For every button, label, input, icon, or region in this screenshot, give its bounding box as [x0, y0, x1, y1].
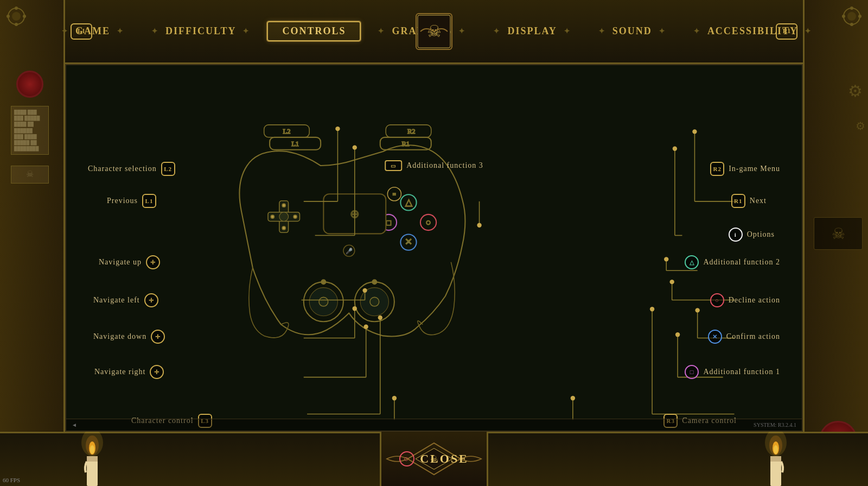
tab-sound-deco-right: ✦ [659, 27, 666, 36]
svg-point-95 [650, 307, 654, 311]
svg-text:✕: ✕ [405, 237, 412, 247]
tab-game-label: Game [75, 26, 110, 37]
tab-difficulty[interactable]: ✦ Difficulty ✦ [141, 21, 261, 41]
svg-point-86 [669, 280, 674, 284]
navigate-down-text: Navigate down [93, 332, 146, 341]
additional-function-2-text: Additional function 2 [703, 258, 780, 267]
svg-point-26 [282, 204, 285, 207]
nav-bar: L1 ☠ ✦ Game ✦ ✦ Difficulty ✦ [65, 0, 803, 64]
tab-graphics-deco-left: ✦ [378, 27, 385, 36]
svg-point-50 [321, 280, 326, 284]
tab-sound-deco-left: ✦ [598, 27, 606, 36]
label-navigate-up: Navigate up ✛ [99, 255, 160, 269]
svg-point-10 [842, 15, 845, 18]
previous-text: Previous [107, 197, 138, 205]
svg-point-92 [675, 332, 680, 337]
label-confirm-action: ✕ Confirm action [708, 330, 780, 344]
svg-point-5 [23, 15, 26, 18]
svg-point-32 [319, 297, 328, 306]
tab-sound-label: Sound [612, 26, 652, 37]
tab-display-deco-right: ✦ [564, 27, 571, 36]
svg-point-66 [363, 325, 368, 329]
label-additional-function-3: ▭ Additional function 3 [385, 160, 483, 171]
svg-point-4 [7, 15, 10, 18]
close-icon-symbol: ○ [404, 454, 411, 464]
side-panel-right: ⚙ ⚙ ☠ ☠ [803, 0, 868, 486]
svg-point-54 [335, 127, 340, 131]
fps-value: 60 FPS [3, 477, 20, 483]
next-text: Next [750, 197, 767, 205]
corner-decoration-tr [819, 5, 863, 49]
dpad-down-indicator: ✛ [151, 330, 165, 344]
svg-text:≡: ≡ [393, 191, 396, 197]
decline-action-text: Decline action [729, 296, 780, 305]
l1-button-indicator: L1 [142, 194, 156, 208]
tab-controls-label: Controls [282, 26, 346, 37]
svg-point-74 [477, 223, 481, 228]
tab-sound[interactable]: ✦ Sound ✦ [588, 21, 677, 41]
tab-accessibility[interactable]: ✦ Accessibility ✦ [682, 21, 823, 41]
nav-r1-label: R1 [783, 27, 791, 35]
gear-right-mid: ⚙ [856, 119, 865, 132]
nav-r1-button[interactable]: R1 [776, 23, 797, 40]
svg-point-11 [858, 15, 861, 18]
tab-game[interactable]: ✦ Game ✦ [50, 21, 135, 41]
additional-function-3-text: Additional function 3 [406, 161, 483, 170]
character-selection-text: Character selection [88, 165, 157, 173]
info-right: SYSTEM: R3.2.4.1 [754, 422, 796, 428]
circle-button-indicator: ○ [710, 293, 724, 307]
label-navigate-left: Navigate left ✛ [93, 293, 158, 307]
svg-point-25 [279, 212, 289, 222]
game-logo: ☠ [415, 12, 453, 51]
dpad-right-indicator: ✛ [150, 365, 164, 379]
label-options: i Options [729, 228, 775, 242]
label-additional-function-2: △ Additional function 2 [685, 255, 780, 269]
tab-display-label: Display [507, 26, 557, 37]
svg-point-72 [392, 396, 397, 400]
svg-point-35 [370, 297, 379, 306]
svg-point-27 [282, 226, 285, 230]
tab-display[interactable]: ✦ Display ✦ [482, 21, 582, 41]
svg-text:🎤: 🎤 [346, 248, 353, 255]
options-button-indicator: i [729, 228, 743, 242]
close-label: Close [420, 452, 469, 466]
tab-game-deco-right: ✦ [117, 27, 124, 36]
svg-point-57 [353, 145, 357, 149]
controller-diagram-svg: L1 L2 R1 R2 [77, 76, 791, 420]
controls-area: L1 L2 R1 R2 [77, 76, 791, 420]
svg-point-83 [664, 257, 668, 261]
svg-point-69 [378, 315, 382, 320]
svg-text:□: □ [386, 218, 391, 227]
svg-text:L2: L2 [283, 128, 290, 135]
tab-controls[interactable]: Controls [266, 21, 361, 42]
options-text: Options [747, 230, 775, 239]
label-navigate-right: Navigate right ✛ [94, 365, 164, 379]
svg-point-3 [15, 23, 18, 26]
label-previous: Previous L1 [107, 194, 156, 208]
bottom-action-bar: ○ Close [65, 432, 803, 486]
l2-button-indicator: L2 [161, 162, 175, 176]
svg-point-1 [12, 12, 21, 21]
svg-point-89 [695, 308, 699, 312]
paper-texture-left: ████ ██████ █████████ ███████████ ██████… [11, 106, 49, 155]
dpad-left-indicator: ✛ [144, 293, 158, 307]
tab-accessibility-deco-right: ✦ [805, 27, 812, 36]
close-button[interactable]: ○ Close [399, 451, 469, 466]
svg-point-7 [847, 12, 856, 21]
navigate-left-text: Navigate left [93, 296, 140, 305]
info-left: ◄ [72, 422, 77, 428]
svg-point-29 [293, 215, 297, 218]
svg-point-51 [372, 280, 376, 284]
side-panel-left: ████ ██████ █████████ ███████████ ██████… [0, 0, 65, 486]
r2-button-indicator: R2 [710, 162, 724, 176]
ingame-menu-text: In-game Menu [729, 165, 780, 173]
fps-indicator: 60 FPS [3, 477, 20, 483]
tab-difficulty-deco-left: ✦ [151, 27, 159, 36]
corner-decoration-tl [5, 5, 49, 49]
confirm-action-text: Confirm action [726, 332, 780, 341]
label-navigate-down: Navigate down ✛ [93, 330, 165, 344]
right-decoration-panel: ☠ [814, 217, 863, 250]
tab-graphics-deco-right: ✦ [458, 27, 466, 36]
navigate-up-text: Navigate up [99, 258, 142, 267]
svg-text:○: ○ [426, 217, 431, 228]
